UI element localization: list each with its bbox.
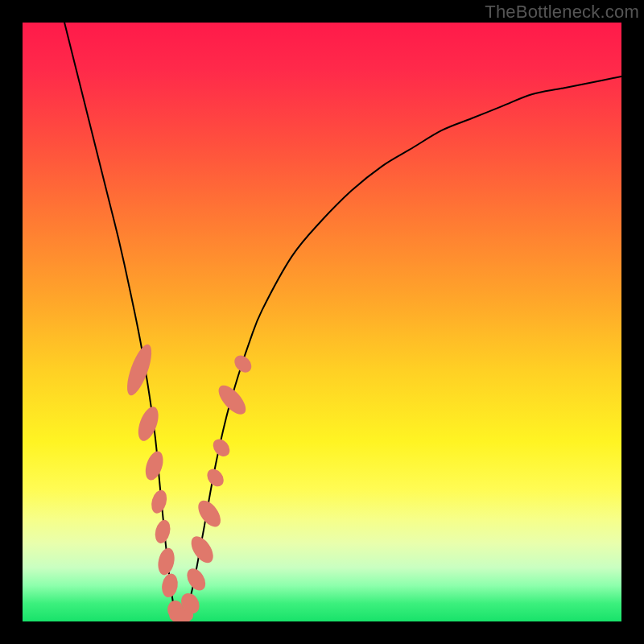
- data-marker: [153, 518, 173, 545]
- curve-layer: [23, 23, 621, 621]
- data-marker: [204, 466, 227, 490]
- data-marker: [184, 565, 209, 593]
- data-point-markers: [122, 341, 255, 621]
- data-marker: [149, 488, 169, 515]
- data-marker: [214, 381, 250, 419]
- data-marker: [231, 352, 254, 376]
- data-marker: [134, 404, 163, 444]
- data-marker: [156, 547, 177, 576]
- data-marker: [142, 449, 167, 482]
- chart-frame: TheBottleneck.com: [0, 0, 644, 644]
- data-marker: [160, 572, 180, 599]
- watermark-text: TheBottleneck.com: [485, 2, 639, 23]
- data-marker: [122, 341, 156, 398]
- bottleneck-curve: [64, 23, 621, 621]
- plot-area: [23, 23, 621, 621]
